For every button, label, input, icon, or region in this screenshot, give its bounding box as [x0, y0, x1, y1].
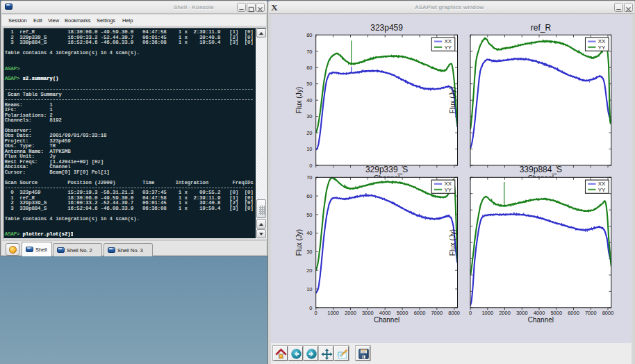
svg-text:YY: YY: [444, 187, 452, 193]
svg-text:50: 50: [306, 212, 312, 218]
svg-text:20: 20: [306, 267, 312, 274]
svg-text:6000: 6000: [414, 310, 426, 316]
svg-text:30: 30: [306, 249, 312, 255]
svg-text:Flux (Jy): Flux (Jy): [449, 229, 456, 256]
svg-text:6000: 6000: [568, 310, 579, 316]
svg-text:20: 20: [306, 130, 312, 136]
svg-text:2000: 2000: [499, 310, 511, 316]
svg-text:Flux (Jy): Flux (Jy): [295, 229, 303, 256]
svg-text:1000: 1000: [327, 310, 339, 316]
svg-text:40: 40: [306, 230, 312, 236]
svg-text:8000: 8000: [448, 310, 460, 316]
svg-text:323p459: 323p459: [370, 23, 403, 33]
svg-text:YY: YY: [598, 187, 606, 193]
svg-text:0: 0: [309, 163, 312, 169]
svg-text:YY: YY: [444, 44, 452, 51]
svg-text:3000: 3000: [362, 310, 374, 316]
svg-text:80: 80: [306, 32, 312, 38]
svg-text:0: 0: [309, 305, 312, 311]
svg-text:Channel: Channel: [374, 316, 399, 324]
svg-text:7000: 7000: [431, 310, 443, 316]
svg-text:2000: 2000: [345, 310, 356, 316]
svg-text:0: 0: [315, 310, 318, 316]
svg-text:3000: 3000: [516, 310, 528, 316]
svg-text:329p339_S: 329p339_S: [365, 165, 408, 174]
svg-text:Channel: Channel: [528, 316, 554, 324]
svg-text:5000: 5000: [550, 310, 562, 316]
svg-text:50: 50: [306, 81, 312, 87]
svg-text:4000: 4000: [379, 310, 391, 316]
svg-text:0: 0: [469, 310, 472, 316]
svg-text:1000: 1000: [481, 310, 493, 316]
svg-text:339p884_S: 339p884_S: [520, 165, 562, 174]
svg-text:10: 10: [306, 286, 312, 292]
svg-text:5000: 5000: [397, 310, 409, 316]
svg-text:ref_R: ref_R: [531, 23, 552, 33]
svg-text:4000: 4000: [534, 310, 545, 316]
svg-text:30: 30: [306, 113, 312, 119]
svg-text:7000: 7000: [585, 310, 597, 316]
svg-text:10: 10: [306, 146, 312, 152]
svg-text:70: 70: [306, 49, 312, 55]
svg-text:60: 60: [306, 193, 312, 199]
svg-text:70: 70: [306, 174, 312, 181]
svg-text:8000: 8000: [602, 310, 614, 316]
svg-text:Flux (Jy): Flux (Jy): [449, 87, 456, 113]
svg-text:60: 60: [306, 65, 312, 71]
svg-text:YY: YY: [598, 44, 606, 51]
svg-text:40: 40: [306, 97, 312, 104]
svg-text:Flux (Jy): Flux (Jy): [295, 87, 303, 113]
